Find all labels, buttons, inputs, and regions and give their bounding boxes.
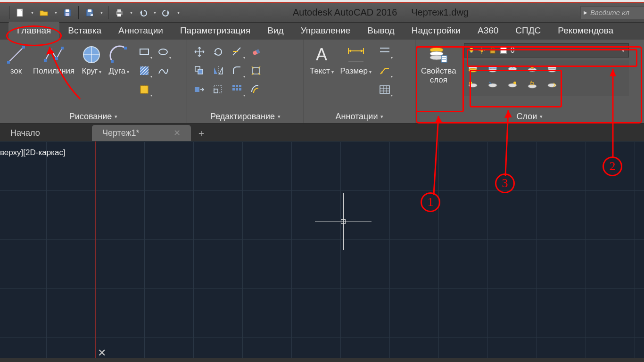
- ellipse-icon[interactable]: [155, 43, 172, 60]
- svg-rect-4: [66, 13, 69, 16]
- layer-dropdown[interactable]: 0: [464, 43, 629, 58]
- layer-on-icon[interactable]: [466, 79, 480, 91]
- mirror-icon[interactable]: [210, 62, 227, 79]
- saveas-dropdown[interactable]: [99, 10, 104, 15]
- tab-home[interactable]: Главная: [8, 22, 59, 40]
- file-tab-home[interactable]: Начало: [0, 125, 92, 141]
- layer-isolate-icon[interactable]: [486, 63, 500, 75]
- stretch-icon[interactable]: [191, 81, 208, 98]
- tab-manage[interactable]: Управление: [292, 22, 359, 40]
- svg-rect-46: [232, 88, 235, 90]
- svg-rect-17: [55, 57, 58, 60]
- tab-annotate[interactable]: Аннотации: [110, 22, 172, 40]
- copy-icon[interactable]: [191, 62, 208, 79]
- tab-spds[interactable]: СПДС: [507, 22, 549, 40]
- open-icon[interactable]: [37, 6, 51, 20]
- leader-icon[interactable]: [376, 43, 393, 60]
- fillet-icon[interactable]: [229, 62, 246, 79]
- file-tab-active[interactable]: Чертеж1* ✕: [92, 125, 191, 141]
- panel-title-modify[interactable]: Редактирование: [187, 110, 304, 123]
- ribbon-tabs: Главная Вставка Аннотации Параметризация…: [0, 23, 644, 40]
- undo-icon[interactable]: [136, 6, 150, 20]
- layer-match-icon[interactable]: [545, 63, 559, 75]
- tab-insert[interactable]: Вставка: [59, 22, 110, 40]
- open-dropdown[interactable]: [53, 10, 58, 15]
- print-dropdown[interactable]: [128, 10, 134, 15]
- svg-rect-93: [531, 82, 534, 85]
- tab-view[interactable]: Вид: [259, 22, 292, 40]
- svg-text:A: A: [316, 45, 327, 64]
- redo-dropdown[interactable]: [175, 10, 181, 15]
- viewport-label[interactable]: верху][2D-каркас]: [0, 148, 66, 157]
- hatch-icon[interactable]: [136, 62, 153, 79]
- redo-icon[interactable]: [159, 6, 173, 20]
- layer-freeze-icon[interactable]: [505, 63, 520, 75]
- search-placeholder: Введите кл: [590, 8, 629, 16]
- array-icon[interactable]: [229, 81, 246, 98]
- close-icon[interactable]: ✕: [173, 128, 181, 138]
- region-icon[interactable]: [136, 81, 153, 98]
- rotate-icon[interactable]: [210, 43, 227, 60]
- arc-button[interactable]: Дуга: [107, 43, 131, 77]
- tab-parametric[interactable]: Параметризация: [172, 22, 259, 40]
- polyline-label: Полилиния: [33, 67, 74, 76]
- svg-rect-6: [88, 9, 91, 12]
- multileader-icon[interactable]: [376, 62, 393, 79]
- move-icon[interactable]: [191, 43, 208, 60]
- svg-point-91: [513, 82, 516, 84]
- new-dropdown[interactable]: [29, 10, 35, 15]
- lock-icon: [489, 47, 496, 54]
- explode-icon[interactable]: [248, 62, 264, 79]
- text-button[interactable]: A Текст: [308, 43, 336, 77]
- dimension-button[interactable]: Размер: [339, 43, 373, 77]
- layer-properties-button[interactable]: Свойства слоя: [419, 43, 458, 86]
- trim-icon[interactable]: [229, 43, 246, 60]
- separator: [108, 6, 108, 19]
- drawing-canvas[interactable]: верху][2D-каркас] ✕: [0, 141, 644, 358]
- undo-dropdown[interactable]: [152, 10, 157, 15]
- polyline-button[interactable]: Полилиния: [31, 43, 76, 77]
- svg-rect-39: [253, 67, 259, 74]
- tab-featured[interactable]: Рекомендова: [549, 22, 622, 40]
- layer-unlock-icon[interactable]: [525, 79, 539, 91]
- scale-icon[interactable]: [210, 81, 227, 98]
- tab-addins[interactable]: Надстройки: [403, 22, 469, 40]
- layer-change-icon[interactable]: [545, 79, 559, 91]
- quick-access-toolbar: Autodesk AutoCAD 2016 Чертеж1.dwg Введит…: [0, 3, 644, 23]
- svg-rect-24: [140, 49, 149, 55]
- svg-marker-36: [214, 67, 217, 74]
- panel-title-draw[interactable]: Рисование: [0, 110, 187, 123]
- saveas-icon[interactable]: [83, 6, 97, 20]
- layer-lock-icon[interactable]: [525, 63, 539, 75]
- table-icon[interactable]: [376, 81, 393, 98]
- circle-button[interactable]: Круг: [79, 43, 104, 77]
- panel-modify: Редактирование: [187, 40, 304, 123]
- dimension-label: Размер: [340, 67, 372, 76]
- save-icon[interactable]: [60, 6, 74, 20]
- svg-point-79: [469, 68, 477, 72]
- search-input[interactable]: Введите кл: [580, 6, 644, 19]
- modify-tools: [191, 43, 283, 98]
- new-icon[interactable]: [13, 6, 27, 20]
- tab-a360[interactable]: A360: [469, 22, 507, 40]
- line-button[interactable]: зок: [4, 43, 28, 77]
- panel-title-layers[interactable]: Слои: [415, 110, 644, 123]
- layer-off-icon[interactable]: [466, 63, 480, 75]
- print-icon[interactable]: [112, 6, 126, 20]
- erase-icon[interactable]: [248, 43, 264, 60]
- layer-thaw-icon[interactable]: [505, 79, 520, 91]
- rectangle-icon[interactable]: [136, 43, 153, 60]
- file-tab-active-label: Чертеж1*: [102, 128, 140, 138]
- sun-icon: [479, 47, 485, 54]
- svg-rect-35: [198, 69, 203, 74]
- svg-rect-8: [117, 9, 121, 12]
- layer-unisolate-icon[interactable]: [486, 79, 500, 91]
- offset-icon[interactable]: [248, 81, 264, 98]
- svg-rect-40: [195, 87, 199, 92]
- spline-icon[interactable]: [155, 62, 172, 79]
- file-tab-new[interactable]: ＋: [191, 125, 212, 141]
- panel-title-annotation[interactable]: Аннотации: [304, 110, 415, 123]
- svg-point-72: [480, 49, 483, 52]
- svg-rect-45: [239, 85, 241, 87]
- tab-output[interactable]: Вывод: [359, 22, 403, 40]
